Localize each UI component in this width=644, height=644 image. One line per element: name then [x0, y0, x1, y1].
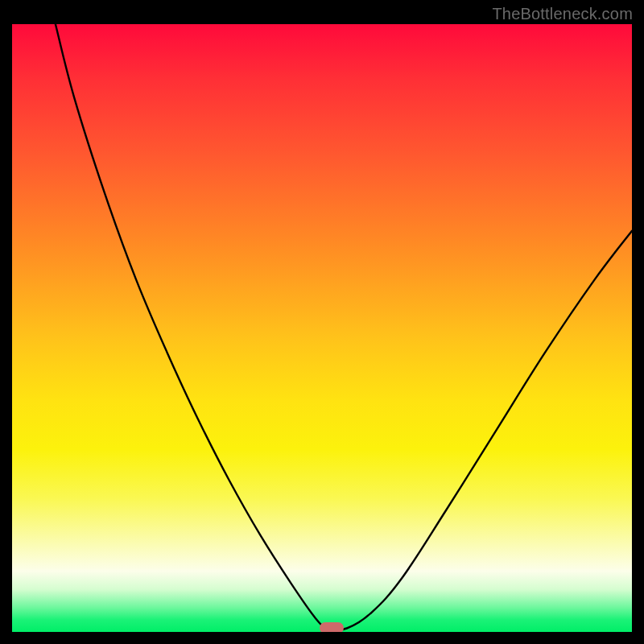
- bottleneck-curve: [12, 24, 632, 632]
- curve-path: [56, 24, 632, 630]
- plot-area: [12, 24, 632, 632]
- chart-frame: TheBottleneck.com: [0, 0, 644, 644]
- optimum-marker: [320, 622, 344, 632]
- attribution-text: TheBottleneck.com: [492, 5, 633, 23]
